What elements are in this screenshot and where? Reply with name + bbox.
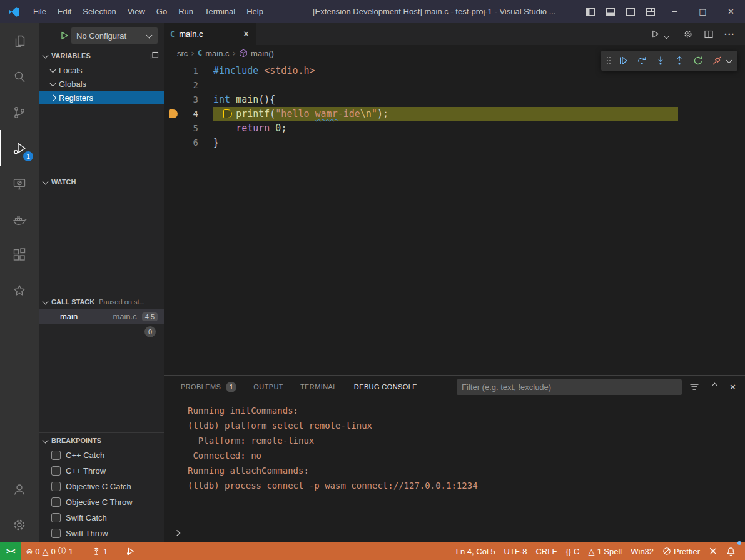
chevron-down-icon[interactable]: [724, 55, 735, 66]
breakpoint-checkbox[interactable]: [51, 529, 61, 538]
close-panel-icon[interactable]: ✕: [729, 382, 736, 392]
encoding-indicator[interactable]: UTF-8: [500, 542, 532, 560]
menu-file[interactable]: File: [28, 0, 52, 23]
variables-item-locals[interactable]: Locals: [39, 63, 164, 77]
language-mode[interactable]: {} C: [561, 542, 584, 560]
activity-bar-item-source-control[interactable]: [0, 94, 39, 130]
variables-item-registers[interactable]: Registers: [39, 91, 164, 104]
call-stack-section-header[interactable]: CALL STACK Paused on st...: [39, 294, 164, 309]
toolbar-grip-handle[interactable]: [604, 52, 614, 69]
breadcrumb-file[interactable]: C main.c: [198, 49, 230, 58]
debug-status[interactable]: [122, 542, 139, 560]
breadcrumb-symbol[interactable]: main(): [239, 49, 274, 58]
configure-gear-button[interactable]: [683, 29, 693, 39]
activity-bar-item-settings[interactable]: [0, 507, 39, 542]
breakpoint-item[interactable]: Objective C Throw: [39, 494, 164, 510]
menu-terminal[interactable]: Terminal: [199, 0, 241, 23]
breakpoint-item[interactable]: Swift Catch: [39, 510, 164, 526]
customize-layout-button[interactable]: [641, 0, 661, 23]
console-filter-input[interactable]: [462, 382, 677, 392]
launch-configuration-dropdown[interactable]: No Configurat: [71, 28, 158, 44]
chevron-up-icon[interactable]: [709, 382, 720, 391]
breakpoint-checkbox[interactable]: [51, 451, 61, 460]
variables-section-header[interactable]: VARIABLES: [39, 48, 164, 63]
filter-lines-icon[interactable]: [689, 382, 699, 392]
formatter-status[interactable]: Prettier: [658, 542, 704, 560]
toggle-secondary-sidebar-button[interactable]: [621, 0, 641, 23]
activity-bar-item-remote-explorer[interactable]: [0, 166, 39, 201]
tab-debug-console[interactable]: DEBUG CONSOLE: [354, 376, 417, 398]
minimize-button[interactable]: ─: [661, 0, 689, 23]
tab-main-c[interactable]: C main.c ✕: [164, 23, 256, 45]
tab-problems[interactable]: PROBLEMS 1: [181, 376, 236, 398]
menu-selection[interactable]: Selection: [77, 0, 121, 23]
breakpoint-gutter[interactable]: [164, 121, 181, 136]
breakpoints-section-header[interactable]: BREAKPOINTS: [39, 432, 164, 448]
more-actions-button[interactable]: ···: [724, 29, 735, 39]
maximize-button[interactable]: □: [689, 0, 717, 23]
notifications-bell[interactable]: [722, 542, 740, 560]
debug-status-icon: [126, 547, 135, 556]
activity-bar-item-explorer[interactable]: [0, 23, 39, 59]
activity-bar-item-docker[interactable]: [0, 201, 39, 237]
breakpoint-item[interactable]: C++ Throw: [39, 463, 164, 479]
console-input-row[interactable]: [164, 524, 745, 542]
breakpoint-gutter[interactable]: [164, 107, 181, 121]
call-stack-frame[interactable]: main main.c 4:5: [39, 309, 164, 324]
breakpoint-item[interactable]: C++ Catch: [39, 448, 164, 463]
breakpoint-gutter[interactable]: [164, 92, 181, 107]
start-debug-icon[interactable]: [60, 31, 69, 40]
code-line-text[interactable]: #include <stdio.h>: [213, 64, 315, 78]
platform-indicator[interactable]: Win32: [626, 542, 658, 560]
eol-indicator[interactable]: CRLF: [531, 542, 561, 560]
code-editor[interactable]: 1#include <stdio.h>23int main(){4 printf…: [164, 61, 745, 375]
cursor-position[interactable]: Ln 4, Col 5: [452, 542, 500, 560]
section-title: VARIABLES: [51, 52, 91, 59]
breakpoint-checkbox[interactable]: [51, 482, 61, 491]
problems-status[interactable]: ⊗ 0 △ 0 ⓘ 1: [21, 542, 78, 560]
code-line-text[interactable]: return 0;: [213, 121, 286, 136]
toggle-panel-button[interactable]: [601, 0, 621, 23]
menu-edit[interactable]: Edit: [52, 0, 77, 23]
breakpoint-item[interactable]: Swift Throw: [39, 526, 164, 541]
variables-item-globals[interactable]: Globals: [39, 77, 164, 91]
menu-help[interactable]: Help: [241, 0, 269, 23]
activity-bar-item-extensions[interactable]: [0, 237, 39, 272]
menu-run[interactable]: Run: [173, 0, 199, 23]
activity-bar-item-bookmarks[interactable]: [0, 272, 39, 308]
breakpoint-gutter[interactable]: [164, 136, 181, 150]
run-file-button[interactable]: [651, 29, 672, 39]
breakpoint-checkbox[interactable]: [51, 498, 61, 507]
tab-terminal[interactable]: TERMINAL: [300, 376, 337, 398]
menu-view[interactable]: View: [122, 0, 151, 23]
activity-bar-item-search[interactable]: [0, 59, 39, 94]
code-line-text[interactable]: }: [213, 136, 219, 150]
breadcrumb-folder[interactable]: src: [177, 49, 188, 58]
close-tab-icon[interactable]: ✕: [243, 29, 250, 39]
step-over-button[interactable]: [632, 52, 651, 69]
tools-status[interactable]: [704, 542, 722, 560]
breakpoint-gutter[interactable]: [164, 64, 181, 78]
activity-bar-item-run-and-debug[interactable]: 1: [0, 130, 39, 166]
step-out-button[interactable]: [670, 52, 689, 69]
breakpoint-checkbox[interactable]: [51, 513, 61, 522]
toggle-sidebar-button[interactable]: [580, 0, 601, 23]
continue-button[interactable]: [614, 52, 632, 69]
breakpoint-gutter[interactable]: [164, 78, 181, 92]
code-line-text[interactable]: int main(){: [213, 92, 275, 107]
menu-go[interactable]: Go: [151, 0, 173, 23]
breakpoint-item[interactable]: Objective C Catch: [39, 479, 164, 494]
spell-checker-status[interactable]: △ 1 Spell: [584, 542, 626, 560]
split-editor-button[interactable]: [704, 29, 714, 39]
close-button[interactable]: ✕: [717, 0, 745, 23]
activity-bar-item-accounts[interactable]: [0, 471, 39, 507]
step-into-button[interactable]: [651, 52, 670, 69]
breakpoint-checkbox[interactable]: [51, 466, 61, 476]
code-line-text[interactable]: printf("hello wamr-ide\n");: [213, 107, 678, 121]
ports-status[interactable]: 1: [88, 542, 112, 560]
copy-icon[interactable]: [150, 51, 159, 60]
remote-indicator[interactable]: ><: [0, 542, 21, 560]
watch-section-header[interactable]: WATCH: [39, 174, 164, 189]
tab-output[interactable]: OUTPUT: [253, 376, 283, 398]
restart-button[interactable]: [689, 52, 707, 69]
